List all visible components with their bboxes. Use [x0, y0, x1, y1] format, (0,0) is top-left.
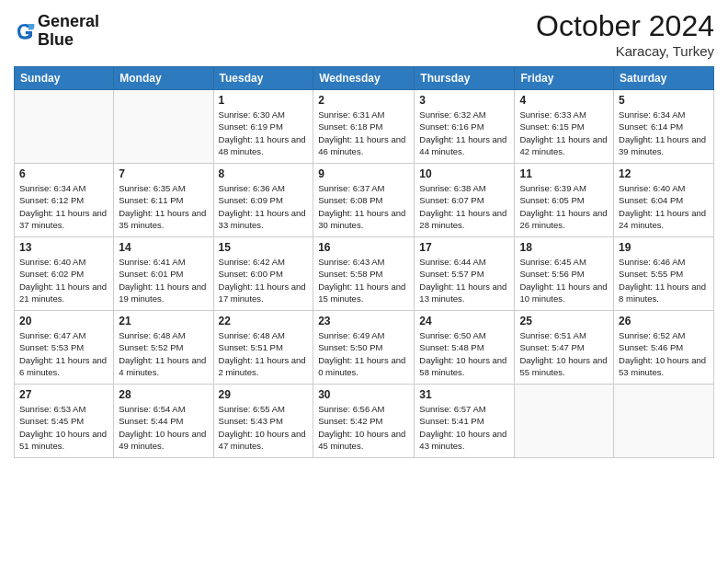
logo-text: General Blue [38, 13, 99, 50]
day-number: 24 [419, 315, 509, 327]
sunrise-text: Sunrise: 6:49 AM [318, 329, 409, 341]
sunset-text: Sunset: 6:09 PM [219, 194, 309, 206]
week-row-1: 1Sunrise: 6:30 AMSunset: 6:19 PMDaylight… [15, 90, 714, 164]
calendar-cell: 4Sunrise: 6:33 AMSunset: 6:15 PMDaylight… [515, 90, 614, 164]
daylight-text: Daylight: 11 hours and 19 minutes. [119, 281, 208, 305]
sunrise-text: Sunrise: 6:32 AM [419, 109, 509, 121]
logo: General Blue [14, 13, 99, 50]
cell-content: Sunrise: 6:42 AMSunset: 6:00 PMDaylight:… [219, 256, 309, 304]
sunrise-text: Sunrise: 6:57 AM [419, 403, 509, 415]
sunset-text: Sunset: 6:05 PM [519, 194, 609, 206]
cell-content: Sunrise: 6:47 AMSunset: 5:53 PMDaylight:… [19, 329, 108, 378]
sunset-text: Sunset: 6:12 PM [19, 194, 108, 206]
daylight-text: Daylight: 11 hours and 44 minutes. [419, 133, 509, 158]
sunrise-text: Sunrise: 6:44 AM [419, 256, 509, 268]
day-number: 10 [419, 167, 509, 180]
day-number: 13 [19, 241, 108, 254]
sunrise-text: Sunrise: 6:48 AM [119, 329, 208, 341]
calendar-cell: 15Sunrise: 6:42 AMSunset: 6:00 PMDayligh… [213, 237, 313, 311]
day-number: 22 [219, 315, 309, 327]
day-number: 18 [519, 241, 609, 254]
sunrise-text: Sunrise: 6:48 AM [219, 329, 309, 341]
calendar: SundayMondayTuesdayWednesdayThursdayFrid… [14, 66, 714, 458]
day-number: 30 [318, 388, 409, 401]
calendar-cell: 29Sunrise: 6:55 AMSunset: 5:43 PMDayligh… [213, 385, 313, 458]
cell-content: Sunrise: 6:46 AMSunset: 5:55 PMDaylight:… [619, 256, 709, 304]
sunrise-text: Sunrise: 6:36 AM [219, 182, 309, 194]
sunset-text: Sunset: 5:56 PM [519, 268, 609, 280]
sunrise-text: Sunrise: 6:34 AM [19, 182, 108, 194]
day-number: 7 [119, 167, 208, 180]
sunrise-text: Sunrise: 6:31 AM [318, 109, 409, 121]
day-number: 4 [519, 94, 609, 107]
sunset-text: Sunset: 6:18 PM [318, 121, 409, 132]
col-header-thursday: Thursday [415, 67, 515, 90]
daylight-text: Daylight: 11 hours and 46 minutes. [318, 133, 409, 158]
calendar-cell: 31Sunrise: 6:57 AMSunset: 5:41 PMDayligh… [415, 385, 515, 458]
sunset-text: Sunset: 5:42 PM [318, 415, 409, 427]
calendar-cell: 10Sunrise: 6:38 AMSunset: 6:07 PMDayligh… [415, 164, 515, 237]
calendar-cell: 6Sunrise: 6:34 AMSunset: 6:12 PMDaylight… [15, 164, 114, 237]
day-number: 14 [119, 241, 208, 254]
sunrise-text: Sunrise: 6:38 AM [419, 182, 509, 194]
calendar-cell: 25Sunrise: 6:51 AMSunset: 5:47 PMDayligh… [515, 311, 614, 385]
cell-content: Sunrise: 6:44 AMSunset: 5:57 PMDaylight:… [419, 256, 509, 304]
sunset-text: Sunset: 6:16 PM [419, 121, 509, 132]
sunset-text: Sunset: 6:08 PM [318, 194, 409, 206]
sunset-text: Sunset: 6:01 PM [119, 268, 208, 280]
sunrise-text: Sunrise: 6:30 AM [219, 109, 309, 121]
cell-content: Sunrise: 6:48 AMSunset: 5:52 PMDaylight:… [119, 329, 208, 378]
cell-content: Sunrise: 6:32 AMSunset: 6:16 PMDaylight:… [419, 109, 509, 157]
calendar-cell: 11Sunrise: 6:39 AMSunset: 6:05 PMDayligh… [515, 164, 614, 237]
day-number: 27 [19, 388, 108, 401]
col-header-friday: Friday [515, 67, 614, 90]
calendar-header-row: SundayMondayTuesdayWednesdayThursdayFrid… [15, 67, 714, 90]
cell-content: Sunrise: 6:40 AMSunset: 6:02 PMDaylight:… [19, 256, 108, 304]
week-row-5: 27Sunrise: 6:53 AMSunset: 5:45 PMDayligh… [15, 385, 714, 458]
calendar-cell: 2Sunrise: 6:31 AMSunset: 6:18 PMDaylight… [313, 90, 415, 164]
day-number: 6 [19, 167, 108, 180]
day-number: 11 [519, 167, 609, 180]
day-number: 9 [318, 167, 409, 180]
sunset-text: Sunset: 5:45 PM [19, 415, 108, 427]
daylight-text: Daylight: 11 hours and 42 minutes. [519, 133, 609, 158]
calendar-cell: 16Sunrise: 6:43 AMSunset: 5:58 PMDayligh… [313, 237, 415, 311]
cell-content: Sunrise: 6:30 AMSunset: 6:19 PMDaylight:… [219, 109, 309, 157]
day-number: 1 [219, 94, 309, 107]
sunset-text: Sunset: 5:43 PM [219, 415, 309, 427]
sunrise-text: Sunrise: 6:41 AM [119, 256, 208, 268]
daylight-text: Daylight: 11 hours and 21 minutes. [19, 281, 108, 305]
cell-content: Sunrise: 6:37 AMSunset: 6:08 PMDaylight:… [318, 182, 409, 231]
sunset-text: Sunset: 5:52 PM [119, 341, 208, 353]
sunrise-text: Sunrise: 6:46 AM [619, 256, 709, 268]
day-number: 20 [19, 315, 108, 327]
sunrise-text: Sunrise: 6:47 AM [19, 329, 108, 341]
cell-content: Sunrise: 6:36 AMSunset: 6:09 PMDaylight:… [219, 182, 309, 231]
cell-content: Sunrise: 6:39 AMSunset: 6:05 PMDaylight:… [519, 182, 609, 231]
col-header-tuesday: Tuesday [213, 67, 313, 90]
daylight-text: Daylight: 11 hours and 8 minutes. [619, 281, 709, 305]
sunset-text: Sunset: 5:50 PM [318, 341, 409, 353]
sunrise-text: Sunrise: 6:37 AM [318, 182, 409, 194]
col-header-monday: Monday [114, 67, 213, 90]
cell-content: Sunrise: 6:34 AMSunset: 6:12 PMDaylight:… [19, 182, 108, 231]
calendar-cell: 22Sunrise: 6:48 AMSunset: 5:51 PMDayligh… [213, 311, 313, 385]
sunset-text: Sunset: 6:11 PM [119, 194, 208, 206]
calendar-cell: 14Sunrise: 6:41 AMSunset: 6:01 PMDayligh… [114, 237, 213, 311]
logo-line1: General [38, 13, 99, 31]
calendar-cell: 28Sunrise: 6:54 AMSunset: 5:44 PMDayligh… [114, 385, 213, 458]
title-block: October 2024 Karacay, Turkey [536, 9, 714, 59]
cell-content: Sunrise: 6:54 AMSunset: 5:44 PMDaylight:… [119, 403, 208, 452]
col-header-saturday: Saturday [614, 67, 714, 90]
cell-content: Sunrise: 6:35 AMSunset: 6:11 PMDaylight:… [119, 182, 208, 231]
sunrise-text: Sunrise: 6:35 AM [119, 182, 208, 194]
calendar-cell: 9Sunrise: 6:37 AMSunset: 6:08 PMDaylight… [313, 164, 415, 237]
daylight-text: Daylight: 11 hours and 2 minutes. [219, 354, 309, 379]
daylight-text: Daylight: 10 hours and 43 minutes. [419, 428, 509, 453]
sunset-text: Sunset: 5:53 PM [19, 341, 108, 353]
week-row-3: 13Sunrise: 6:40 AMSunset: 6:02 PMDayligh… [15, 237, 714, 311]
day-number: 12 [619, 167, 709, 180]
sunrise-text: Sunrise: 6:50 AM [419, 329, 509, 341]
calendar-cell [614, 385, 714, 458]
daylight-text: Daylight: 10 hours and 58 minutes. [419, 354, 509, 379]
